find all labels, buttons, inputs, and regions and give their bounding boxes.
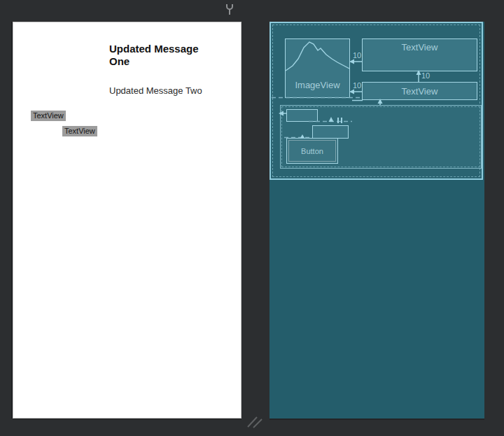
small-widget-1[interactable] (286, 109, 318, 122)
textview-mid-label: TextView (363, 86, 477, 97)
textview-mid-widget[interactable]: TextView (362, 82, 477, 100)
subheading-textview-widget[interactable]: Updated Message Two (109, 85, 221, 96)
wrench-icon[interactable] (224, 3, 235, 17)
imageview-label: ImageView (286, 80, 349, 90)
layout-editor-window: Updated Message One Updated Message Two … (0, 0, 504, 436)
textview-chip-2[interactable]: TextView (62, 126, 97, 136)
textview-top-label: TextView (363, 42, 477, 52)
textview-chip-1[interactable]: TextView (31, 111, 66, 121)
button-widget[interactable]: Button (286, 138, 338, 164)
button-inner-outline (288, 140, 336, 162)
resize-handle-icon[interactable] (245, 414, 265, 429)
margin-label-top: 10 (353, 52, 361, 59)
small-widget-2[interactable] (312, 125, 349, 139)
nested-layout-container[interactable]: Button (280, 105, 482, 169)
margin-label-mid: 10 (353, 82, 361, 90)
blueprint-surface[interactable]: ImageView TextView TextView 10 10 10 But… (270, 22, 484, 419)
imageview-widget[interactable]: ImageView (285, 38, 350, 98)
margin-label-between: 10 (421, 72, 430, 80)
heading-textview-widget[interactable]: Updated Message One (109, 43, 211, 68)
textview-top-widget[interactable]: TextView (362, 38, 477, 71)
design-surface[interactable]: Updated Message One Updated Message Two … (13, 22, 241, 419)
